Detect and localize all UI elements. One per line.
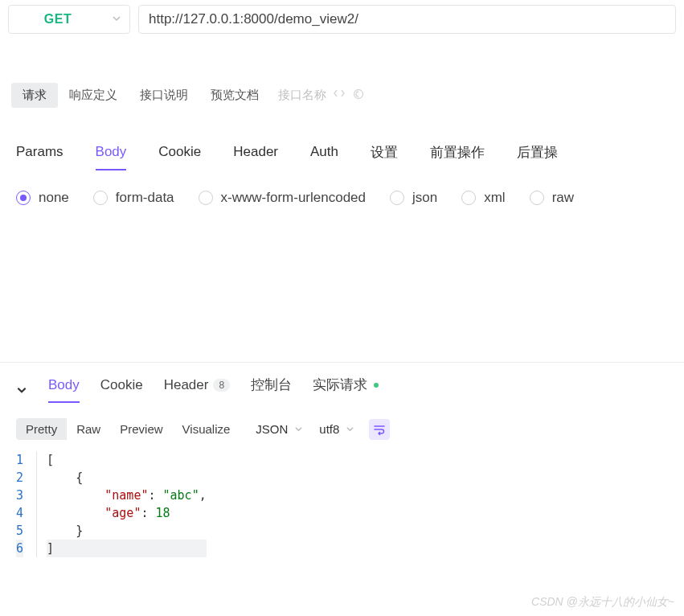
definition-tab[interactable]: 接口说明 xyxy=(129,83,199,108)
line-number: 4 xyxy=(16,504,23,522)
body-type-radio[interactable]: xml xyxy=(461,190,505,206)
radio-label: none xyxy=(39,190,69,206)
view-mode-segment: PrettyRawPreviewVisualize xyxy=(16,418,240,440)
section-tab[interactable]: Header xyxy=(233,135,278,170)
code-line: ] xyxy=(47,540,207,557)
radio-label: form-data xyxy=(116,190,174,206)
section-tab[interactable]: Body xyxy=(96,135,127,170)
svg-point-0 xyxy=(354,89,363,98)
format-dropdown-label: JSON xyxy=(256,422,288,436)
radio-icon xyxy=(93,191,108,205)
format-toolbar: PrettyRawPreviewVisualize JSON utf8 xyxy=(0,410,684,448)
body-type-radio-row: noneform-datax-www-form-urlencodedjsonxm… xyxy=(0,170,684,225)
request-row: GET xyxy=(0,0,684,39)
response-tab-label: 控制台 xyxy=(251,376,292,394)
code-line: [ xyxy=(47,451,207,469)
code-line: } xyxy=(47,522,207,540)
response-body-viewer[interactable]: 123456 [ { "name": "abc", "age": 18 }] xyxy=(0,448,684,561)
radio-icon xyxy=(461,191,476,205)
code-icon xyxy=(333,88,346,103)
body-type-radio[interactable]: form-data xyxy=(93,190,174,206)
response-area: BodyCookieHeader8控制台实际请求 PrettyRawPrevie… xyxy=(0,362,684,561)
code-line: "name": "abc", xyxy=(47,487,207,504)
format-dropdown[interactable]: JSON xyxy=(256,422,303,436)
view-mode-button[interactable]: Visualize xyxy=(173,418,240,440)
body-type-radio[interactable]: raw xyxy=(530,190,574,206)
view-mode-button[interactable]: Pretty xyxy=(16,418,67,440)
chevron-down-icon[interactable] xyxy=(16,384,27,396)
response-tab-label: 实际请求 xyxy=(313,376,367,394)
code-line: { xyxy=(47,469,207,487)
line-number: 2 xyxy=(16,469,23,487)
api-name-placeholder[interactable]: 接口名称 xyxy=(278,88,365,103)
chevron-down-icon xyxy=(346,422,354,436)
response-tab-label: Body xyxy=(48,377,80,393)
ai-icon xyxy=(352,88,365,103)
definition-tab[interactable]: 预览文档 xyxy=(199,83,270,108)
radio-icon xyxy=(16,191,31,205)
radio-icon xyxy=(530,191,544,205)
radio-label: xml xyxy=(484,190,505,206)
encoding-dropdown-label: utf8 xyxy=(319,422,339,436)
view-mode-button[interactable]: Preview xyxy=(110,418,172,440)
line-number: 5 xyxy=(16,522,23,540)
code-lines: [ { "name": "abc", "age": 18 }] xyxy=(37,451,207,557)
section-tab[interactable]: Auth xyxy=(310,135,338,170)
section-tab[interactable]: Cookie xyxy=(158,135,201,170)
response-tab[interactable]: 控制台 xyxy=(251,376,292,404)
response-tabs: BodyCookieHeader8控制台实际请求 xyxy=(0,363,684,410)
section-tab[interactable]: 设置 xyxy=(371,135,398,170)
request-section-tabs: ParamsBodyCookieHeaderAuth设置前置操作后置操 xyxy=(0,135,684,170)
response-tab[interactable]: 实际请求 xyxy=(313,376,379,404)
encoding-dropdown[interactable]: utf8 xyxy=(319,422,354,436)
body-type-radio[interactable]: none xyxy=(16,190,69,206)
response-tab-label: Cookie xyxy=(100,377,143,393)
response-tab-label: Header xyxy=(164,377,209,393)
code-line: "age": 18 xyxy=(47,504,207,522)
section-tab[interactable]: 前置操作 xyxy=(430,135,485,170)
line-number-gutter: 123456 xyxy=(16,451,37,557)
response-tab[interactable]: Header8 xyxy=(164,377,230,403)
count-badge: 8 xyxy=(213,379,230,392)
section-tab[interactable]: 后置操 xyxy=(517,135,558,170)
http-method-label: GET xyxy=(17,12,99,27)
response-tab[interactable]: Cookie xyxy=(100,377,143,403)
definition-tabs: 请求响应定义接口说明预览文档接口名称 xyxy=(0,79,684,111)
status-dot-icon xyxy=(374,383,379,388)
chevron-down-icon xyxy=(112,13,121,26)
word-wrap-button[interactable] xyxy=(369,419,390,440)
definition-tab[interactable]: 响应定义 xyxy=(58,83,129,108)
radio-label: x-www-form-urlencoded xyxy=(221,190,366,206)
section-tab[interactable]: Params xyxy=(16,135,63,170)
definition-tab[interactable]: 请求 xyxy=(11,83,58,108)
http-method-select[interactable]: GET xyxy=(8,5,130,34)
view-mode-button[interactable]: Raw xyxy=(67,418,110,440)
line-number: 1 xyxy=(16,451,23,469)
radio-icon xyxy=(199,191,213,205)
radio-icon xyxy=(390,191,404,205)
url-input[interactable] xyxy=(138,5,676,34)
radio-label: json xyxy=(412,190,437,206)
line-number: 3 xyxy=(16,487,23,504)
line-number: 6 xyxy=(16,540,23,557)
radio-label: raw xyxy=(552,190,574,206)
body-type-radio[interactable]: x-www-form-urlencoded xyxy=(199,190,366,206)
response-tab[interactable]: Body xyxy=(48,377,80,403)
watermark: CSDN @永远十八的小仙女~ xyxy=(531,595,674,610)
body-type-radio[interactable]: json xyxy=(390,190,437,206)
chevron-down-icon xyxy=(294,422,303,436)
